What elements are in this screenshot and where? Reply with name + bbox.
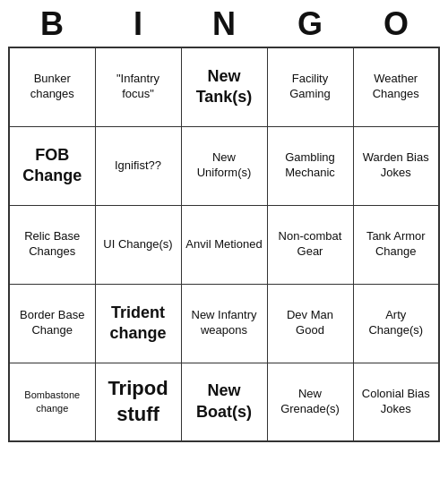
bingo-cell[interactable]: Ignifist?? (95, 126, 181, 205)
bingo-cell[interactable]: Gambling Mechanic (267, 126, 353, 205)
bingo-cell[interactable]: New Grenade(s) (267, 363, 353, 441)
bingo-cell[interactable]: Bunker changes (9, 47, 95, 126)
bingo-grid: Bunker changes"Infantry focus"New Tank(s… (8, 47, 440, 442)
bingo-letter: N (185, 5, 263, 43)
bingo-cell[interactable]: New Uniform(s) (181, 126, 267, 205)
bingo-cell[interactable]: Border Base Change (9, 284, 95, 363)
bingo-cell[interactable]: Arty Change(s) (353, 284, 439, 363)
bingo-cell[interactable]: Tank Armor Change (353, 205, 439, 284)
bingo-cell[interactable]: New Tank(s) (181, 47, 267, 126)
bingo-cell[interactable]: "Infantry focus" (95, 47, 181, 126)
bingo-cell[interactable]: Facility Gaming (267, 47, 353, 126)
bingo-cell[interactable]: UI Change(s) (95, 205, 181, 284)
bingo-cell[interactable]: Bombastone change (9, 363, 95, 441)
bingo-letter: O (357, 5, 435, 43)
bingo-cell[interactable]: FOB Change (9, 126, 95, 205)
bingo-cell[interactable]: New Infantry weapons (181, 284, 267, 363)
bingo-letter: B (13, 5, 91, 43)
bingo-cell[interactable]: Weather Changes (353, 47, 439, 126)
bingo-cell[interactable]: Tripod stuff (95, 363, 181, 441)
bingo-letter: G (271, 5, 349, 43)
bingo-cell[interactable]: Relic Base Changes (9, 205, 95, 284)
bingo-cell[interactable]: Trident change (95, 284, 181, 363)
bingo-cell[interactable]: Warden Bias Jokes (353, 126, 439, 205)
bingo-cell[interactable]: Dev Man Good (267, 284, 353, 363)
bingo-cell[interactable]: Colonial Bias Jokes (353, 363, 439, 441)
bingo-cell[interactable]: Non-combat Gear (267, 205, 353, 284)
bingo-letter: I (99, 5, 177, 43)
bingo-cell[interactable]: New Boat(s) (181, 363, 267, 441)
bingo-title: BINGO (9, 0, 439, 47)
bingo-cell[interactable]: Anvil Metioned (181, 205, 267, 284)
